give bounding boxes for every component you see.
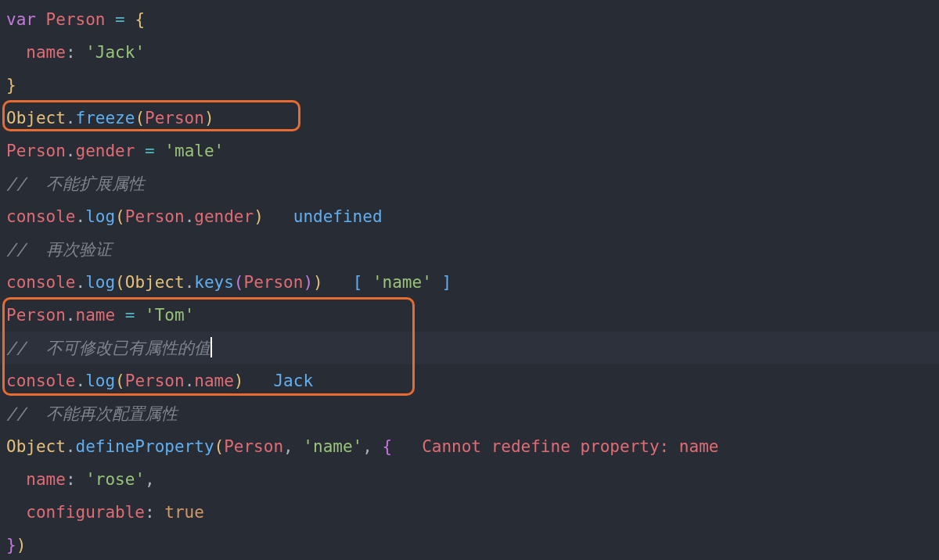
prop-name: name (26, 43, 66, 62)
code-line-15: name: 'rose', (6, 463, 933, 496)
result-undefined: undefined (293, 207, 383, 226)
operator-eq: = (115, 10, 125, 29)
var-person: Person (6, 142, 66, 160)
code-line-10: Person.name = 'Tom' (6, 299, 933, 332)
var-console: console (6, 207, 76, 226)
result-jack: Jack (273, 372, 313, 390)
keyword-var: var (6, 10, 36, 29)
comment-cannot-reconfigure: // 不能再次配置属性 (6, 404, 178, 423)
value-true: true (164, 503, 204, 522)
var-person: Person (46, 10, 106, 29)
code-line-8: // 再次验证 (6, 233, 933, 266)
code-line-14: Object.defineProperty(Person, 'name', { … (6, 430, 933, 463)
code-line-11-active[interactable]: // 不可修改已有属性的值 (0, 332, 939, 364)
code-line-3: } (6, 69, 933, 102)
string-male: 'male' (164, 142, 224, 160)
text-cursor (210, 337, 212, 357)
code-line-5: Person.gender = 'male' (6, 135, 933, 167)
brace-close: } (6, 76, 16, 95)
method-freeze: freeze (76, 109, 135, 127)
comment-cannot-modify: // 不可修改已有属性的值 (6, 339, 210, 357)
code-line-2: name: 'Jack' (6, 36, 933, 69)
method-defineproperty: defineProperty (76, 437, 214, 456)
object-class: Object (6, 109, 66, 127)
arg-person: Person (145, 109, 204, 127)
code-line-16: configurable: true (6, 496, 933, 529)
string-rose: 'rose' (85, 470, 145, 489)
string-jack: 'Jack' (85, 43, 145, 62)
code-line-9: console.log(Object.keys(Person)) [ 'name… (6, 266, 933, 299)
comment-verify-again: // 再次验证 (6, 240, 112, 259)
error-message: Cannot redefine property: name (422, 437, 718, 456)
method-keys: keys (194, 273, 234, 292)
code-line-7: console.log(Person.gender) undefined (6, 200, 933, 233)
code-line-12: console.log(Person.name) Jack (6, 364, 933, 397)
method-log: log (85, 207, 115, 226)
code-line-6: // 不能扩展属性 (6, 167, 933, 200)
prop-gender: gender (76, 142, 135, 160)
code-line-4: Object.freeze(Person) (6, 102, 933, 135)
code-line-1: var Person = { (6, 3, 933, 36)
string-tom: 'Tom' (145, 306, 194, 325)
brace-open: { (135, 10, 145, 29)
code-line-13: // 不能再次配置属性 (6, 397, 933, 430)
comment-cannot-extend: // 不能扩展属性 (6, 174, 145, 193)
code-line-17: }) (6, 529, 933, 560)
